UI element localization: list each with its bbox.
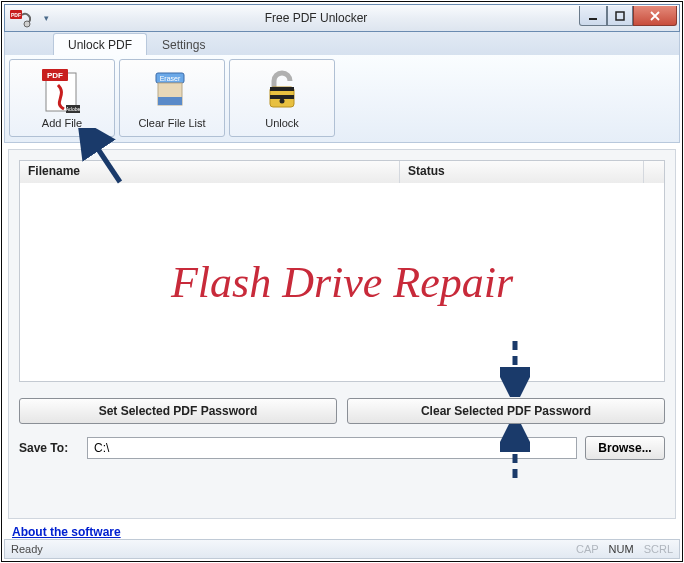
svg-rect-13 <box>158 97 182 105</box>
svg-point-17 <box>280 99 285 104</box>
statusbar: Ready CAP NUM SCRL <box>4 539 680 559</box>
svg-text:PDF: PDF <box>11 12 21 18</box>
quick-access-dropdown[interactable]: ▾ <box>39 13 53 23</box>
status-ready: Ready <box>11 543 43 555</box>
svg-text:PDF: PDF <box>47 71 63 80</box>
unlock-padlock-icon <box>258 67 306 115</box>
column-status[interactable]: Status <box>400 161 644 183</box>
clear-file-list-button[interactable]: Eraser Clear File List <box>119 59 225 137</box>
set-password-button[interactable]: Set Selected PDF Password <box>19 398 337 424</box>
eraser-icon: Eraser <box>148 67 196 115</box>
grid-body: Flash Drive Repair <box>20 183 664 381</box>
app-icon: PDF <box>9 7 31 29</box>
svg-text:Eraser: Eraser <box>160 75 181 82</box>
window-title: Free PDF Unlocker <box>53 11 579 25</box>
watermark-text: Flash Drive Repair <box>171 257 513 308</box>
status-num: NUM <box>609 543 634 555</box>
clear-file-list-label: Clear File List <box>138 117 205 129</box>
add-file-button[interactable]: PDF Adobe Add File <box>9 59 115 137</box>
svg-rect-4 <box>616 12 624 20</box>
close-button[interactable] <box>633 6 677 26</box>
grid-header: Filename Status <box>20 161 664 183</box>
column-filename[interactable]: Filename <box>20 161 400 183</box>
svg-rect-16 <box>270 95 294 99</box>
tab-settings[interactable]: Settings <box>147 33 220 55</box>
ribbon-tabs: Unlock PDF Settings <box>4 32 680 55</box>
save-to-input[interactable] <box>87 437 577 459</box>
browse-button[interactable]: Browse... <box>585 436 665 460</box>
svg-text:Adobe: Adobe <box>66 106 81 112</box>
about-link[interactable]: About the software <box>12 525 121 539</box>
maximize-button[interactable] <box>607 6 633 26</box>
save-to-label: Save To: <box>19 441 79 455</box>
file-grid[interactable]: Filename Status Flash Drive Repair <box>19 160 665 382</box>
main-panel: Filename Status Flash Drive Repair Set S… <box>8 149 676 519</box>
column-spacer <box>644 161 664 183</box>
titlebar: PDF ▾ Free PDF Unlocker <box>4 4 680 32</box>
ribbon-toolbar: PDF Adobe Add File Eraser Clear File Lis… <box>4 55 680 143</box>
unlock-label: Unlock <box>265 117 299 129</box>
svg-rect-15 <box>270 87 294 91</box>
svg-rect-3 <box>589 18 597 20</box>
tab-unlock-pdf[interactable]: Unlock PDF <box>53 33 147 55</box>
pdf-file-icon: PDF Adobe <box>40 67 84 115</box>
status-scrl: SCRL <box>644 543 673 555</box>
unlock-button[interactable]: Unlock <box>229 59 335 137</box>
minimize-button[interactable] <box>579 6 607 26</box>
status-cap: CAP <box>576 543 599 555</box>
add-file-label: Add File <box>42 117 82 129</box>
clear-password-button[interactable]: Clear Selected PDF Password <box>347 398 665 424</box>
svg-point-2 <box>24 21 30 27</box>
